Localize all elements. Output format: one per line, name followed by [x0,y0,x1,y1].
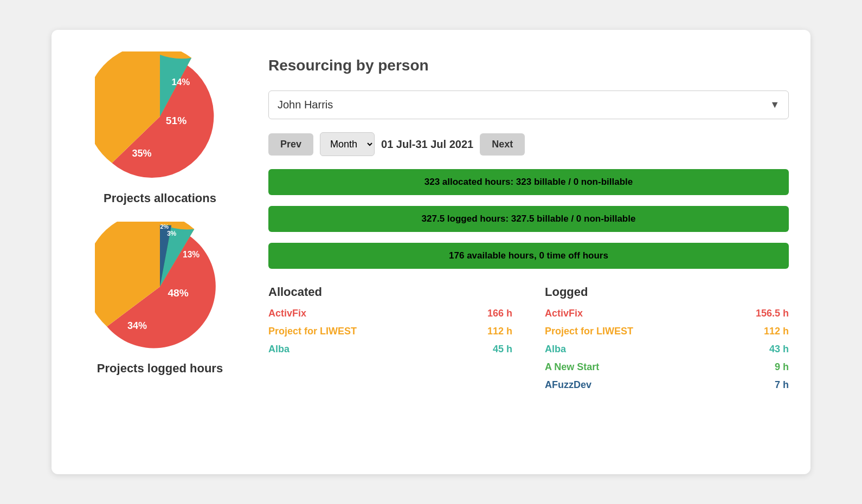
logged-pie-chart: 48% 34% 13% 3% 2% [95,222,225,352]
logged-col-title: Logged [545,285,789,299]
logged-project-name-4: AFuzzDev [545,379,591,391]
logged-project-name-2: Alba [545,344,566,355]
allocations-chart-section: 51% 35% 14% Projects allocations [95,51,225,205]
allocated-project-hours-2: 45 h [493,344,512,355]
logged-project-hours-2: 43 h [769,344,789,355]
logged-row-1: Project for LIWEST 112 h [545,326,789,337]
logged-project-hours-3: 9 h [775,361,789,373]
logged-title: Projects logged hours [97,361,223,376]
svg-text:14%: 14% [172,77,190,87]
svg-text:13%: 13% [183,250,200,259]
period-select[interactable]: Month Week Day [320,132,375,156]
svg-text:35%: 35% [132,148,151,159]
nav-row: Prev Month Week Day 01 Jul-31 Jul 2021 N… [268,132,789,156]
logged-column: Logged ActivFix 156.5 h Project for LIWE… [545,285,789,397]
svg-text:34%: 34% [127,320,147,331]
summary-bar-available: 176 available hours, 0 time off hours [268,243,789,269]
allocated-project-name-2: Alba [268,344,290,355]
summary-bar-allocated: 323 allocated hours: 323 billable / 0 no… [268,169,789,195]
logged-project-name-1: Project for LIWEST [545,326,633,337]
svg-text:2%: 2% [160,223,169,230]
logged-project-hours-0: 156.5 h [756,308,789,319]
allocated-col-title: Allocated [268,285,512,299]
logged-row-4: AFuzzDev 7 h [545,379,789,391]
allocations-pie-chart: 51% 35% 14% [95,51,225,182]
next-button[interactable]: Next [480,133,525,156]
allocations-title: Projects allocations [104,191,216,205]
svg-text:3%: 3% [167,230,177,237]
allocated-row-0: ActivFix 166 h [268,308,512,319]
logged-project-name-0: ActivFix [545,308,583,319]
logged-row-3: A New Start 9 h [545,361,789,373]
prev-button[interactable]: Prev [268,133,313,156]
left-panel: 51% 35% 14% Projects allocations [68,51,252,453]
allocated-row-1: Project for LIWEST 112 h [268,326,512,337]
data-columns: Allocated ActivFix 166 h Project for LIW… [268,285,789,397]
chevron-down-icon: ▼ [770,99,780,111]
page-title: Resourcing by person [268,57,789,74]
svg-text:48%: 48% [168,287,188,299]
allocated-project-hours-1: 112 h [487,326,512,337]
logged-chart-section: 48% 34% 13% 3% 2% Projects logged hours [95,222,225,376]
allocated-column: Allocated ActivFix 166 h Project for LIW… [268,285,512,397]
person-select-value: John Harris [278,99,333,111]
logged-project-hours-4: 7 h [775,379,789,391]
logged-project-hours-1: 112 h [764,326,789,337]
right-panel: Resourcing by person John Harris ▼ Prev … [268,51,789,453]
logged-project-name-3: A New Start [545,361,599,373]
allocated-project-hours-0: 166 h [487,308,512,319]
allocated-project-name-1: Project for LIWEST [268,326,357,337]
svg-text:51%: 51% [166,115,186,126]
date-range-label: 01 Jul-31 Jul 2021 [381,138,473,151]
person-select[interactable]: John Harris ▼ [268,91,789,119]
logged-row-0: ActivFix 156.5 h [545,308,789,319]
main-card: 51% 35% 14% Projects allocations [52,30,810,474]
summary-bar-logged: 327.5 logged hours: 327.5 billable / 0 n… [268,206,789,232]
logged-row-2: Alba 43 h [545,344,789,355]
allocated-row-2: Alba 45 h [268,344,512,355]
allocated-project-name-0: ActivFix [268,308,306,319]
